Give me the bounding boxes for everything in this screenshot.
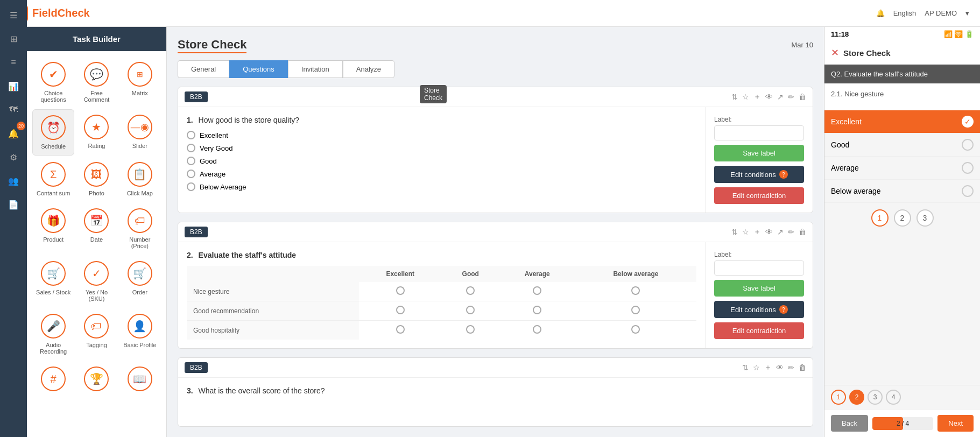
- star-icon-1[interactable]: ☆: [742, 93, 749, 101]
- radio-verygood[interactable]: [187, 144, 195, 152]
- nav-toggle[interactable]: ☰: [4, 5, 23, 25]
- delete-icon-1[interactable]: 🗑: [799, 93, 806, 101]
- radio-3-3[interactable]: [533, 325, 541, 334]
- add-icon-2[interactable]: ＋: [753, 227, 761, 237]
- add-icon-1[interactable]: ＋: [753, 92, 761, 102]
- radio-1-4[interactable]: [631, 286, 640, 295]
- add-icon-3[interactable]: ＋: [764, 363, 772, 372]
- tool-yesno[interactable]: ✓ Yes / No (SKU): [75, 256, 117, 307]
- tab-invitation[interactable]: Invitation: [288, 60, 343, 78]
- radio-1-2[interactable]: [466, 286, 475, 295]
- star-icon-2[interactable]: ☆: [742, 228, 749, 236]
- mobile-option-average[interactable]: Average: [824, 157, 980, 180]
- nav-docs[interactable]: 📄: [4, 195, 23, 214]
- radio-3-2[interactable]: [466, 325, 475, 334]
- user-menu[interactable]: AP DEMO: [925, 9, 957, 17]
- radio-excellent[interactable]: [187, 131, 195, 139]
- edit-icon-3[interactable]: ✏: [788, 363, 794, 372]
- step-ind-2[interactable]: 2: [849, 390, 864, 405]
- move-icon-1[interactable]: ⇅: [731, 93, 738, 101]
- radio-2-1[interactable]: [396, 306, 405, 314]
- edit-icon-2[interactable]: ✏: [788, 228, 794, 236]
- tool-sales[interactable]: 🛒 Sales / Stock: [32, 256, 74, 307]
- radio-2-3[interactable]: [533, 306, 541, 314]
- mobile-option-good[interactable]: Good: [824, 133, 980, 157]
- tab-questions[interactable]: Questions: [229, 60, 288, 78]
- tool-product[interactable]: 🎁 Product: [32, 203, 74, 255]
- edit-contradiction-btn-1[interactable]: Edit contradiction: [714, 187, 804, 204]
- save-label-btn-2[interactable]: Save label: [714, 280, 804, 297]
- mobile-option-excellent[interactable]: Excellent ✓: [824, 110, 980, 133]
- edit-icon-1[interactable]: ✏: [788, 93, 794, 101]
- nav-map[interactable]: 🗺: [4, 100, 23, 119]
- back-button[interactable]: Back: [831, 415, 868, 432]
- tab-analyze[interactable]: Analyze: [343, 60, 394, 78]
- nav-list[interactable]: ≡: [4, 53, 23, 72]
- star-icon-3[interactable]: ☆: [753, 363, 760, 372]
- edit-contradiction-btn-2[interactable]: Edit contradiction: [714, 322, 804, 339]
- radio-below-average[interactable]: [187, 182, 195, 191]
- nav-notification[interactable]: 🔔 20: [4, 124, 23, 143]
- tool-tagging[interactable]: 🏷 Tagging: [75, 308, 117, 360]
- external-icon-2[interactable]: ↗: [777, 228, 784, 236]
- move-icon-3[interactable]: ⇅: [742, 363, 749, 372]
- edit-conditions-btn-1[interactable]: Edit conditions ?: [714, 166, 804, 183]
- radio-average[interactable]: [187, 170, 195, 178]
- step-ind-4[interactable]: 4: [886, 390, 901, 405]
- label-input-1[interactable]: [714, 125, 804, 140]
- tool-date[interactable]: 📅 Date: [75, 203, 117, 255]
- tool-order[interactable]: 🛒 Order: [119, 256, 161, 307]
- delete-icon-2[interactable]: 🗑: [799, 228, 806, 236]
- tool-hash[interactable]: #: [32, 361, 74, 400]
- mobile-status-icons: 📶 🛜 🔋: [944, 30, 974, 38]
- eye-icon-1[interactable]: 👁: [765, 93, 773, 101]
- nav-users[interactable]: 👥: [4, 171, 23, 191]
- move-icon-2[interactable]: ⇅: [731, 228, 738, 236]
- matrix-header-below: Below average: [575, 266, 696, 282]
- radio-3-4[interactable]: [631, 325, 640, 334]
- tool-audio[interactable]: 🎤 Audio Recording: [32, 308, 74, 360]
- tool-slider[interactable]: —◉ Slider: [119, 109, 161, 156]
- tool-schedule[interactable]: ⏰ Schedule: [32, 109, 74, 156]
- language-selector[interactable]: English: [893, 9, 916, 17]
- eye-icon-3[interactable]: 👁: [776, 363, 784, 372]
- nav-settings[interactable]: ⚙: [4, 147, 23, 167]
- external-icon-1[interactable]: ↗: [777, 93, 784, 101]
- step-dot-1[interactable]: 1: [871, 209, 889, 227]
- next-button[interactable]: Next: [937, 415, 974, 432]
- tool-photo[interactable]: 🖼 Photo: [75, 157, 117, 202]
- step-dot-3[interactable]: 3: [916, 209, 934, 227]
- mobile-option-below[interactable]: Below average: [824, 180, 980, 203]
- step-ind-1[interactable]: 1: [831, 390, 846, 405]
- tool-comment[interactable]: 💬 Free Comment: [75, 57, 117, 108]
- radio-1-1[interactable]: [396, 286, 405, 295]
- radio-2-2[interactable]: [466, 306, 475, 314]
- user-dropdown-icon[interactable]: ▾: [965, 9, 969, 17]
- tool-book[interactable]: 📖: [119, 361, 161, 400]
- tool-rating[interactable]: ★ Rating: [75, 109, 117, 156]
- tool-choice[interactable]: ✔ Choice questions: [32, 57, 74, 108]
- tool-profile[interactable]: 👤 Basic Profile: [119, 308, 161, 360]
- nav-chart[interactable]: 📊: [4, 76, 23, 96]
- tab-general[interactable]: General: [178, 60, 229, 78]
- step-ind-3[interactable]: 3: [868, 390, 883, 405]
- eye-icon-2[interactable]: 👁: [765, 228, 773, 236]
- tool-rank[interactable]: 🏆: [75, 361, 117, 400]
- nav-grid[interactable]: ⊞: [4, 29, 23, 48]
- tool-contant-sum[interactable]: Σ Contant sum: [32, 157, 74, 202]
- delete-icon-3[interactable]: 🗑: [799, 363, 806, 372]
- tool-matrix[interactable]: ⊞ Matrix: [119, 57, 161, 108]
- radio-good[interactable]: [187, 157, 195, 165]
- radio-3-1[interactable]: [396, 325, 405, 334]
- radio-1-3[interactable]: [533, 286, 541, 295]
- step-dot-2[interactable]: 2: [894, 209, 911, 227]
- radio-2-4[interactable]: [631, 306, 640, 314]
- tool-number[interactable]: 🏷 Number (Price): [119, 203, 161, 255]
- edit-conditions-btn-2[interactable]: Edit conditions ?: [714, 301, 804, 318]
- tool-click-map[interactable]: 📋 Click Map: [119, 157, 161, 202]
- notification-icon[interactable]: 🔔: [876, 9, 885, 17]
- save-label-btn-1[interactable]: Save label: [714, 145, 804, 161]
- label-input-2[interactable]: [714, 260, 804, 276]
- mobile-close-btn[interactable]: ✕: [831, 47, 839, 59]
- notification-badge: 20: [17, 122, 25, 130]
